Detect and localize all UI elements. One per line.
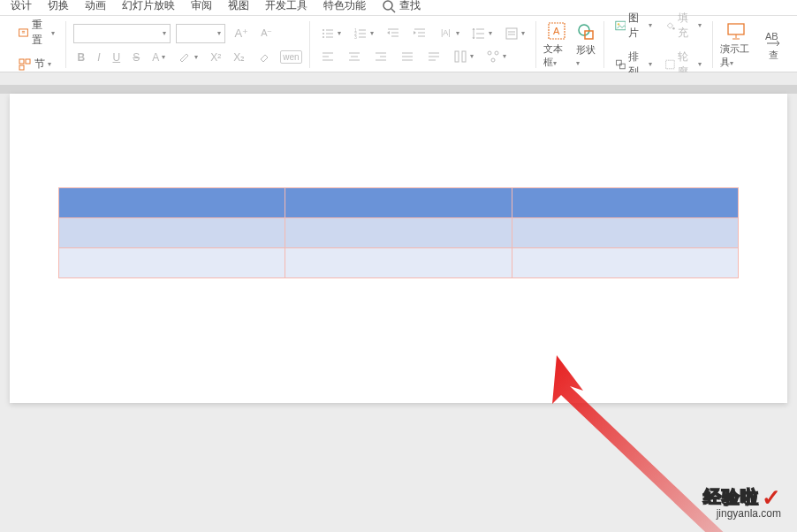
table-object[interactable] xyxy=(58,187,739,278)
align-distribute-button[interactable] xyxy=(423,48,444,65)
decrease-indent-button[interactable] xyxy=(383,25,404,42)
menu-devtools[interactable]: 开发工具 xyxy=(265,0,307,13)
svg-point-8 xyxy=(323,33,324,34)
search-icon xyxy=(382,0,396,13)
table-row[interactable] xyxy=(59,218,739,248)
dropdown-icon: ▾ xyxy=(48,60,51,68)
group-slide: 重置 ▾ 节 ▾ xyxy=(7,21,66,68)
svg-point-57 xyxy=(672,27,674,29)
shapes-button[interactable]: 形状▾ xyxy=(576,22,596,67)
menu-review[interactable]: 审阅 xyxy=(191,0,212,13)
svg-rect-3 xyxy=(19,59,24,64)
align-justify-button[interactable] xyxy=(397,48,418,65)
menu-search[interactable]: 查找 xyxy=(382,0,421,13)
list-icon xyxy=(321,27,335,41)
highlight-button[interactable]: ▾ xyxy=(174,49,201,66)
pinyin-button[interactable]: wen xyxy=(280,50,301,64)
svg-point-49 xyxy=(495,51,498,55)
watermark: 经验啦 ✓ jingyanla.com xyxy=(703,483,781,520)
align-left-icon xyxy=(321,49,335,64)
picture-label: 图片 xyxy=(628,11,645,41)
svg-rect-5 xyxy=(19,65,24,70)
scroll-gap xyxy=(0,85,797,94)
svg-rect-47 xyxy=(462,51,466,62)
svg-rect-28 xyxy=(506,28,517,39)
present-tools-button[interactable]: 演示工具▾ xyxy=(720,21,753,69)
table-row[interactable] xyxy=(59,188,739,218)
menu-animation[interactable]: 动画 xyxy=(85,0,106,13)
picture-icon xyxy=(615,19,626,33)
fill-icon xyxy=(664,19,676,33)
text-direction-button[interactable]: |A|▾ xyxy=(436,25,463,42)
ribbon: 重置 ▾ 节 ▾ ▾ ▾ A⁺ A⁻ B I U S A▾ xyxy=(0,16,797,72)
svg-point-10 xyxy=(323,36,324,38)
present-tools-label: 演示工具 xyxy=(720,43,749,67)
svg-point-0 xyxy=(383,1,392,10)
fill-label: 填充 xyxy=(678,11,695,41)
svg-point-50 xyxy=(491,58,495,62)
smartart-button[interactable]: ▾ xyxy=(482,48,510,65)
numbering-button[interactable]: 123▾ xyxy=(350,25,377,42)
align-left-button[interactable] xyxy=(317,48,338,65)
slide-canvas[interactable] xyxy=(10,94,787,403)
watermark-title: 经验啦 xyxy=(703,487,759,506)
svg-line-1 xyxy=(391,9,395,12)
svg-text:A: A xyxy=(553,26,560,36)
align-text-button[interactable]: ▾ xyxy=(501,25,528,42)
line-spacing-button[interactable]: ▾ xyxy=(468,25,496,42)
bullets-button[interactable]: ▾ xyxy=(317,25,345,42)
distribute-icon xyxy=(427,49,441,64)
dropdown-icon: ▾ xyxy=(217,29,221,37)
menu-slideshow[interactable]: 幻灯片放映 xyxy=(122,0,175,13)
superscript-button[interactable]: X² xyxy=(207,49,224,65)
replace-button[interactable]: AB 查 xyxy=(763,27,783,62)
svg-point-56 xyxy=(617,23,619,25)
svg-rect-60 xyxy=(665,60,674,69)
shapes-label: 形状 xyxy=(576,44,596,55)
align-center-button[interactable] xyxy=(344,48,365,65)
italic-button[interactable]: I xyxy=(94,49,103,65)
dropdown-icon: ▾ xyxy=(163,29,166,37)
subscript-button[interactable]: X₂ xyxy=(230,49,248,65)
align-right-button[interactable] xyxy=(370,48,391,65)
section-button[interactable]: 节 ▾ xyxy=(14,55,58,73)
increase-indent-button[interactable] xyxy=(409,25,430,42)
menu-features[interactable]: 特色功能 xyxy=(323,0,366,13)
menu-design[interactable]: 设计 xyxy=(11,0,32,13)
outdent-icon xyxy=(386,27,400,41)
menu-switch[interactable]: 切换 xyxy=(48,0,69,13)
section-label: 节 xyxy=(34,57,45,72)
group-present: 演示工具▾ AB 查 xyxy=(713,21,790,68)
strike-button[interactable]: S xyxy=(129,49,143,65)
menu-search-label: 查找 xyxy=(399,0,421,13)
textbox-button[interactable]: A 文本框▾ xyxy=(543,21,572,69)
convert-icon xyxy=(486,49,500,64)
increase-font-button[interactable]: A⁺ xyxy=(231,25,252,42)
vertical-align-icon xyxy=(505,27,519,41)
font-color-button[interactable]: A▾ xyxy=(148,49,169,65)
bold-button[interactable]: B xyxy=(73,49,88,65)
table-row[interactable] xyxy=(59,248,739,278)
highlight-icon xyxy=(178,50,192,65)
menu-view[interactable]: 视图 xyxy=(228,0,249,13)
group-arrange: 图片▾ 填充▾ 排列▾ 轮廓▾ xyxy=(604,21,713,68)
dropdown-icon: ▾ xyxy=(51,29,55,37)
section-icon xyxy=(18,57,32,72)
reset-button[interactable]: 重置 ▾ xyxy=(14,16,58,49)
underline-button[interactable]: U xyxy=(109,49,124,65)
fill-button[interactable]: 填充▾ xyxy=(661,9,705,42)
svg-point-6 xyxy=(323,29,324,31)
svg-text:3: 3 xyxy=(354,34,357,40)
decrease-font-button[interactable]: A⁻ xyxy=(257,26,276,41)
columns-button[interactable]: ▾ xyxy=(450,48,477,65)
picture-button[interactable]: 图片▾ xyxy=(611,9,656,42)
font-family-select[interactable]: ▾ xyxy=(73,24,171,43)
font-size-select[interactable]: ▾ xyxy=(176,24,225,43)
svg-rect-59 xyxy=(619,64,625,69)
svg-point-53 xyxy=(579,25,589,35)
svg-rect-4 xyxy=(26,59,30,64)
change-case-button[interactable] xyxy=(254,49,275,66)
shapes-icon xyxy=(576,22,596,42)
group-font: ▾ ▾ A⁺ A⁻ B I U S A▾ ▾ X² X₂ wen xyxy=(66,21,309,68)
svg-rect-46 xyxy=(455,51,459,62)
